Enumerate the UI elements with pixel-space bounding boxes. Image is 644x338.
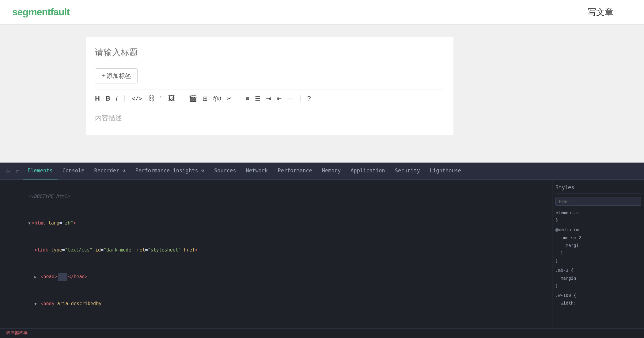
tab-recorder[interactable]: Recorder ⚗ (89, 163, 130, 180)
toolbar-sep-2 (182, 95, 182, 102)
toolbar-h-icon[interactable]: H (95, 94, 100, 102)
devtools-select-icon[interactable]: ⊹ (2, 166, 13, 176)
style-line-11: .w-100 { (555, 292, 641, 299)
content-area[interactable]: 内容描述 (95, 107, 444, 129)
logo-text: segment (12, 6, 51, 17)
style-line-2: } (555, 217, 641, 224)
style-line-1: element.s (555, 209, 641, 217)
logo-accent: fault (51, 6, 70, 17)
devtools-main: <!DOCTYPE html> ▼<html lang="zh"> <link … (0, 180, 644, 328)
toolbar-diagram-icon[interactable]: ✂ (227, 95, 232, 102)
html-html: ▼<html lang="zh"> (0, 210, 552, 237)
tab-application[interactable]: Application (346, 163, 390, 180)
nav-write[interactable]: 写文章 (588, 6, 613, 18)
logo: segmentfault (12, 6, 70, 18)
devtools-tabs: ⊹ ☐ Elements Console Recorder ⚗ Performa… (0, 163, 644, 180)
toolbar-image-icon[interactable]: 🖼 (168, 94, 175, 102)
toolbar-table-icon[interactable]: ⊞ (203, 95, 208, 102)
styles-content: element.s } @media (m .me-sm-2 margi } }… (555, 209, 641, 307)
style-line-3: @media (m (555, 226, 641, 234)
toolbar-sep-3 (239, 95, 239, 102)
toolbar-sep-1 (124, 95, 125, 102)
style-line-12: width: (555, 299, 641, 307)
html-head: ▶ <head>···</head> (0, 263, 552, 290)
styles-filter-input[interactable] (555, 197, 641, 206)
toolbar-b-icon[interactable]: B (105, 94, 110, 102)
toolbar-i-icon[interactable]: I (116, 94, 118, 102)
tab-sources[interactable]: Sources (209, 163, 241, 180)
toolbar-link-icon[interactable]: ⛓ (148, 94, 155, 102)
html-doctype: <!DOCTYPE html> (0, 183, 552, 210)
tab-console[interactable]: Console (58, 163, 89, 180)
devtools-inspect-icon[interactable]: ☐ (13, 166, 23, 176)
toolbar-indent-icon[interactable]: ⇥ (266, 95, 271, 102)
tab-lighthouse[interactable]: Lighthouse (425, 163, 466, 180)
write-area: + 添加标签 H B I </> ⛓ " 🖼 🎬 ⊞ f(x) ✂ ≡ ☰ ⇥ … (86, 37, 453, 135)
tab-security[interactable]: Security (390, 163, 425, 180)
html-div-next: ▼ <div id="__next"> (0, 317, 552, 328)
devtools-styles-panel: Styles element.s } @media (m .me-sm-2 ma… (552, 180, 644, 328)
toolbar-sep-4 (300, 95, 301, 102)
style-line-8: .mb-3 { (555, 267, 641, 274)
devtools-status-bar: 程序那些事 (0, 328, 644, 338)
toolbar-formula-icon[interactable]: f(x) (213, 95, 221, 102)
toolbar-ol-icon[interactable]: ≡ (246, 95, 249, 102)
toolbar-ul-icon[interactable]: ☰ (255, 95, 260, 102)
add-tag-button[interactable]: + 添加标签 (95, 68, 138, 83)
tab-memory[interactable]: Memory (317, 163, 346, 180)
content-placeholder: 内容描述 (95, 114, 122, 122)
devtools-elements-panel[interactable]: <!DOCTYPE html> ▼<html lang="zh"> <link … (0, 180, 552, 328)
tab-performance[interactable]: Performance (273, 163, 317, 180)
tab-performance-insights[interactable]: Performance insights ⚗ (131, 163, 209, 180)
styles-title: Styles (555, 183, 641, 194)
devtools-panel: ⊹ ☐ Elements Console Recorder ⚗ Performa… (0, 163, 644, 338)
title-input[interactable] (95, 43, 444, 62)
toolbar-outdent-icon[interactable]: ⇤ (277, 95, 282, 102)
style-line-5: margi (555, 242, 641, 249)
status-text: 程序那些事 (6, 331, 28, 336)
tab-elements[interactable]: Elements (23, 163, 58, 180)
style-line-7: } (555, 257, 641, 265)
editor-toolbar: H B I </> ⛓ " 🖼 🎬 ⊞ f(x) ✂ ≡ ☰ ⇥ ⇤ — ? (95, 90, 444, 107)
top-navbar: segmentfault 写文章 (0, 0, 644, 25)
toolbar-quote-icon[interactable]: " (160, 94, 163, 102)
toolbar-video-icon[interactable]: 🎬 (189, 94, 197, 102)
toolbar-hr-icon[interactable]: — (287, 95, 294, 102)
style-line-9: margin (555, 275, 641, 282)
html-body: ▼ <body aria-describedby (0, 290, 552, 317)
style-line-4: .me-sm-2 (555, 234, 641, 242)
page-content: + 添加标签 H B I </> ⛓ " 🖼 🎬 ⊞ f(x) ✂ ≡ ☰ ⇥ … (0, 25, 644, 163)
html-link: <link type="text/css" id="dark-mode" rel… (0, 236, 552, 263)
style-line-10: } (555, 282, 641, 290)
tab-network[interactable]: Network (241, 163, 273, 180)
toolbar-help-icon[interactable]: ? (307, 94, 311, 102)
style-line-6: } (555, 249, 641, 257)
toolbar-code-icon[interactable]: </> (131, 95, 142, 102)
